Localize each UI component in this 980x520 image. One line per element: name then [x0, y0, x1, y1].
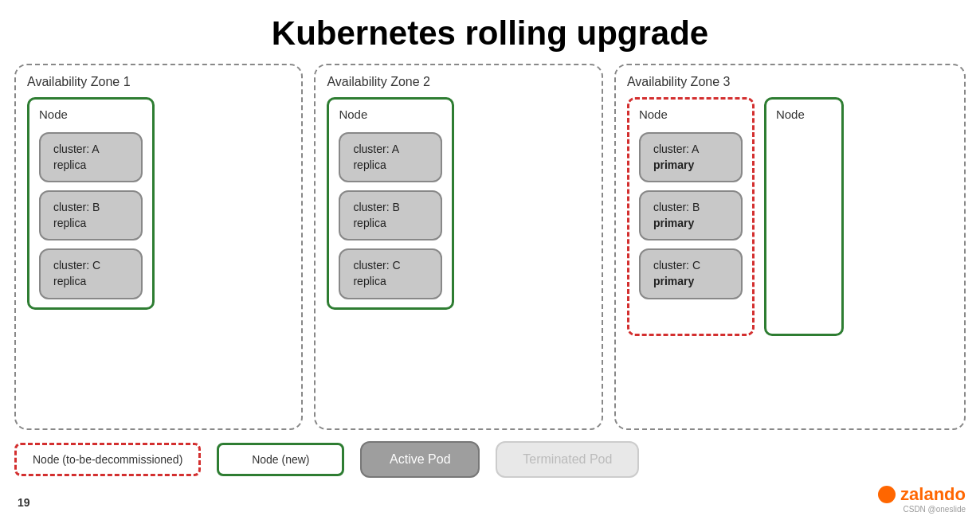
- az1-pod-1: cluster: Areplica: [39, 132, 143, 182]
- az3-pod-1: cluster: Aprimary: [639, 132, 743, 182]
- zalando-name: zalando: [900, 484, 966, 505]
- legend-row: Node (to-be-decommissioned) Node (new) A…: [0, 430, 980, 478]
- az1-label: Availability Zone 1: [27, 75, 290, 89]
- legend-active-pod-box: Active Pod: [360, 441, 480, 478]
- az1-pod-3: cluster: Creplica: [39, 248, 143, 299]
- main-content: Availability Zone 1 Node cluster: Arepli…: [0, 64, 980, 430]
- legend-active-pod: Active Pod: [360, 441, 480, 478]
- page-title: Kubernetes rolling upgrade: [0, 0, 980, 64]
- az2-pod-3: cluster: Creplica: [339, 248, 442, 299]
- az3-pod-2: cluster: Bprimary: [639, 190, 743, 240]
- az2-pod-2: cluster: Breplica: [339, 190, 442, 240]
- branding: zalando CSDN @oneslide: [878, 484, 966, 514]
- csdn-label: CSDN @oneslide: [903, 505, 966, 514]
- legend-decommission-box: Node (to-be-decommissioned): [14, 443, 201, 476]
- az3-pod-3: cluster: Cprimary: [639, 248, 743, 299]
- az1-pod-2: cluster: Breplica: [39, 190, 143, 240]
- az2-label: Availability Zone 2: [327, 75, 590, 89]
- zalando-circle-icon: [878, 486, 896, 503]
- az2-node-1: Node cluster: Areplica cluster: Breplica…: [327, 97, 454, 310]
- az3-node-empty: Node: [764, 97, 844, 336]
- az2-node1-label: Node: [339, 108, 442, 121]
- az1-node1-label: Node: [39, 108, 143, 121]
- availability-zone-3: Availability Zone 3 Node cluster: Aprima…: [614, 64, 966, 430]
- slide-number: 19: [18, 496, 30, 509]
- az3-node2-label: Node: [776, 108, 832, 121]
- legend-terminated-pod: Terminated Pod: [496, 441, 639, 478]
- legend-new-node-box: Node (new): [217, 443, 344, 476]
- legend-terminated-pod-box: Terminated Pod: [496, 441, 639, 478]
- az3-nodes: Node cluster: Aprimary cluster: Bprimary…: [627, 97, 953, 336]
- az1-node-1: Node cluster: Areplica cluster: Breplica…: [27, 97, 155, 310]
- legend-decommission: Node (to-be-decommissioned): [14, 443, 201, 476]
- zalando-logo: zalando: [878, 484, 966, 505]
- availability-zone-2: Availability Zone 2 Node cluster: Arepli…: [314, 64, 602, 430]
- az3-label: Availability Zone 3: [627, 75, 953, 89]
- az2-pod-1: cluster: Areplica: [339, 132, 442, 182]
- az3-node-decommission: Node cluster: Aprimary cluster: Bprimary…: [627, 97, 755, 336]
- az3-node1-label: Node: [639, 108, 743, 121]
- availability-zone-1: Availability Zone 1 Node cluster: Arepli…: [14, 64, 303, 430]
- legend-new-node: Node (new): [217, 443, 344, 476]
